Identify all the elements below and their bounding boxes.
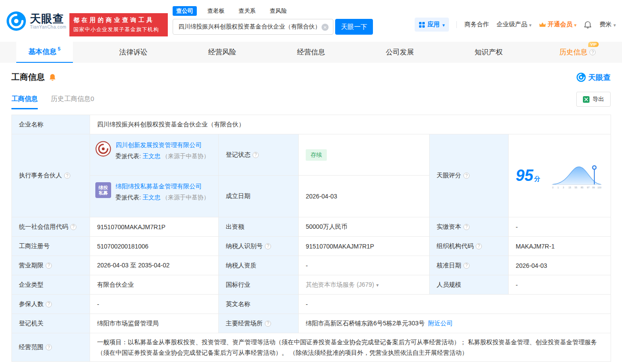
brand-name: 天眼查 (30, 13, 66, 25)
rep-source: （来源于中基协） (162, 153, 210, 159)
enterprise-products-menu[interactable]: 企业级产品 (496, 21, 532, 29)
table-row: 经营范围 一般项目：以私募基金从事股权投资、投资管理、资产管理等活动（须在中国证… (12, 333, 611, 362)
value-registry: 绵阳市市场监督管理局 (90, 314, 219, 333)
value-address: 绵阳市高新区石桥铺东路6号5栋2单元303号 附近公司 (299, 314, 611, 333)
search-tab-company[interactable]: 查公司 (173, 6, 197, 16)
business-cooperation-link[interactable]: 商务合作 (464, 21, 489, 29)
tab-intellectual-property[interactable]: 知识产权 (444, 42, 533, 63)
search-input-wrap (173, 19, 333, 35)
search-tab-boss[interactable]: 查老板 (204, 6, 228, 16)
search-area: 查公司 查老板 查关系 查风险 天眼一下 (173, 6, 373, 35)
apps-menu[interactable]: 应用 (415, 18, 449, 32)
value-establish-date: 2026-04-03 (299, 176, 430, 217)
section-header: 工商信息 天眼查 (11, 72, 611, 83)
value-credit-code: 91510700MAKAJM7R1P (90, 217, 219, 237)
section-title: 工商信息 (11, 72, 45, 83)
partner-logo: 绵投 私募 (95, 182, 111, 198)
value-taxpayer-quality: - (299, 256, 430, 275)
value-taxpayer-id: 91510700MAKAJM7R1P (299, 237, 430, 256)
notification-bell-icon[interactable] (584, 21, 592, 29)
tianyancha-mini-icon (576, 72, 586, 82)
help-icon[interactable] (265, 321, 271, 327)
label-industry: 国标行业 (219, 275, 299, 295)
tab-basic-info[interactable]: 基本信息5 (0, 42, 89, 63)
help-icon[interactable] (253, 152, 259, 158)
value-business-scope: 一般项目：以私募基金从事股权投资、投资管理、资产管理等活动（须在中国证券投资基金… (90, 333, 611, 362)
business-info-table: 企业名称 四川绵投振兴科创股权投资基金合伙企业（有限合伙） 执行事务合伙人 (11, 115, 611, 362)
representative-link[interactable]: 王文忠 (143, 194, 161, 201)
label-org-code: 组织机构代码 (430, 237, 509, 256)
banner-line1: 都在用的商业查询工具 (73, 16, 164, 24)
value-paid-capital: - (509, 217, 611, 237)
table-row: 执行事务合伙人 四川创新发展投资管理有限公司 委派代表: (12, 134, 611, 176)
chevron-down-icon (574, 21, 577, 28)
label-approval-date: 核准日期 (430, 256, 509, 275)
main-content: 工商信息 天眼查 工商信息 历史工商信息0 导出 (0, 72, 622, 362)
table-row: 登记机关 绵阳市市场监督管理局 主要经营场所 绵阳市高新区石桥铺东路6号5栋2单… (12, 314, 611, 333)
help-icon[interactable] (463, 173, 470, 179)
help-icon[interactable] (265, 243, 271, 249)
tab-history-info[interactable]: 历史信息 VIP (533, 42, 622, 63)
label-company-name: 企业名称 (12, 115, 90, 134)
representative-link[interactable]: 王文忠 (143, 153, 161, 159)
partner-name-link[interactable]: 四川创新发展投资管理有限公司 (116, 141, 210, 149)
tab-legal-proceedings[interactable]: 法律诉讼 (89, 42, 177, 63)
help-icon[interactable] (46, 344, 52, 350)
help-icon[interactable] (589, 49, 596, 55)
label-business-term: 营业期限 (12, 256, 90, 275)
search-button[interactable]: 天眼一下 (335, 19, 373, 35)
rep-source: （来源于中基协） (162, 194, 210, 201)
nearby-companies-link[interactable]: 附近公司 (428, 320, 453, 327)
export-button[interactable]: 导出 (576, 92, 611, 107)
tab-operating-risk[interactable]: 经营风险 (178, 42, 267, 63)
help-icon[interactable] (463, 224, 470, 230)
partner-logo (95, 141, 111, 157)
partner-name-link[interactable]: 绵阳绵投私募基金管理有限公司 (116, 182, 210, 190)
crown-icon (539, 22, 546, 28)
excel-icon (583, 96, 589, 103)
label-capital: 出资额 (219, 217, 299, 237)
value-staff-size: - (509, 275, 611, 295)
clear-icon[interactable] (322, 24, 329, 31)
search-row: 天眼一下 (173, 19, 373, 35)
help-icon[interactable] (463, 263, 470, 269)
table-row: 营业期限 2026-04-03 至 2035-04-02 纳税人资质 - 核准日… (12, 256, 611, 275)
score-number: 95分 (516, 167, 540, 184)
search-tab-risk[interactable]: 查风险 (266, 6, 290, 16)
tab-operating-info[interactable]: 经营信息 (267, 42, 355, 63)
vip-upgrade-menu[interactable]: 开通会员 (539, 21, 577, 29)
subtab-business-info[interactable]: 工商信息 (11, 95, 38, 109)
tab-count-badge: 5 (58, 46, 61, 51)
industry-expand-chevron-icon[interactable] (374, 281, 379, 288)
rep-prefix: 委派代表: (116, 194, 141, 201)
tianyancha-logo[interactable]: 天眼查 TianYanCha.com (6, 11, 66, 31)
top-header: 天眼查 TianYanCha.com 都在用的商业查询工具 国家中小企业发展子基… (0, 0, 622, 42)
svg-text:100: 100 (597, 186, 601, 189)
help-icon[interactable] (70, 224, 76, 230)
search-input[interactable] (173, 19, 333, 34)
svg-text:55: 55 (575, 186, 577, 189)
chevron-down-icon (442, 21, 445, 28)
help-icon[interactable] (46, 263, 52, 269)
help-icon[interactable] (46, 301, 52, 307)
value-reg-number: 510700200181006 (90, 237, 219, 256)
partner-item: 绵投 私募 绵阳绵投私募基金管理有限公司 委派代表: 王文忠 （来源于中基协） (90, 176, 219, 217)
svg-text:85: 85 (581, 186, 583, 189)
value-org-code: MAKAJM7R-1 (509, 237, 611, 256)
search-tab-relation[interactable]: 查关系 (235, 6, 259, 16)
svg-text:0: 0 (552, 186, 553, 189)
label-credit-code: 统一社会信用代码 (12, 217, 90, 237)
status-badge: 存续 (306, 149, 327, 161)
help-icon[interactable] (64, 173, 70, 179)
table-row: 企业名称 四川绵投振兴科创股权投资基金合伙企业（有限合伙） (12, 115, 611, 134)
svg-text:99: 99 (592, 186, 595, 189)
search-tabs: 查公司 查老板 查关系 查风险 (173, 6, 373, 16)
subscribe-bell-icon[interactable] (49, 73, 56, 81)
subtab-history-business-info[interactable]: 历史工商信息0 (51, 95, 94, 109)
table-row: 统一社会信用代码 91510700MAKAJM7R1P 出资额 50000万人民… (12, 217, 611, 237)
value-insured-count: - (90, 295, 219, 314)
tab-company-development[interactable]: 公司发展 (355, 42, 444, 63)
user-menu[interactable]: 费米 (599, 21, 616, 29)
help-icon[interactable] (476, 243, 482, 249)
value-reg-status: 存续 (299, 134, 430, 176)
